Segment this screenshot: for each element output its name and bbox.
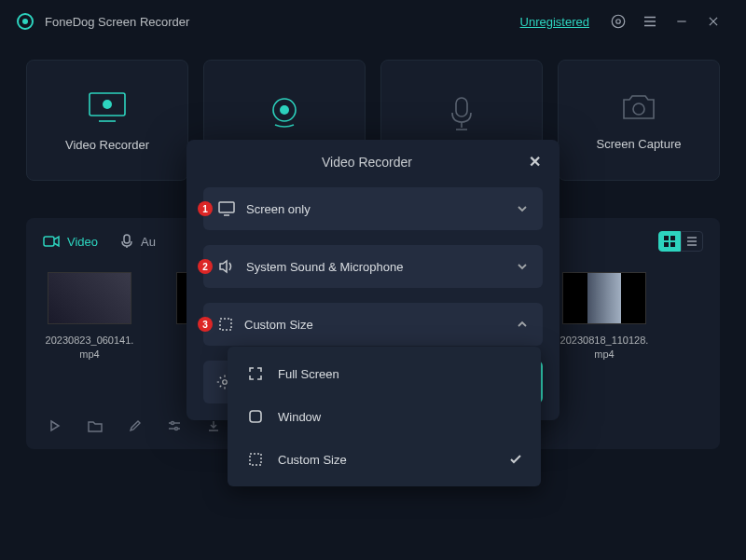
svg-point-0 (612, 15, 625, 28)
size-dropdown: Full Screen Window Custom Size (228, 347, 541, 486)
download-icon[interactable] (207, 419, 220, 432)
step-badge: 1 (198, 201, 213, 216)
file-item[interactable]: 20230818_110128.mp4 (558, 272, 651, 362)
file-name: 20230823_060141.mp4 (43, 334, 136, 362)
card-label: Video Recorder (65, 138, 149, 152)
crop-icon (218, 317, 233, 332)
close-button[interactable]: ✕ (529, 153, 541, 171)
unregistered-link[interactable]: Unregistered (520, 15, 589, 29)
tab-label: Video (67, 235, 98, 249)
svg-rect-22 (664, 242, 669, 247)
svg-rect-13 (456, 98, 467, 116)
svg-rect-21 (670, 236, 675, 240)
svg-point-16 (633, 103, 644, 115)
option-capture-size[interactable]: 3 Custom Size (203, 303, 543, 346)
titlebar: FoneDog Screen Recorder Unregistered (0, 0, 746, 43)
svg-rect-37 (250, 454, 261, 465)
thumbnail (562, 272, 646, 324)
monitor-icon (86, 89, 129, 125)
option-label: System Sound & Microphone (246, 260, 517, 274)
option-label: Custom Size (244, 318, 517, 332)
monitor-small-icon (218, 201, 235, 216)
dropdown-item-window[interactable]: Window (228, 395, 541, 438)
step-badge: 3 (198, 317, 213, 332)
tab-video[interactable]: Video (43, 235, 98, 249)
camera-icon (618, 90, 659, 124)
svg-rect-34 (220, 319, 231, 330)
grid-view-button[interactable] (658, 231, 681, 252)
dropdown-label: Full Screen (278, 367, 339, 381)
view-toggle (658, 231, 703, 252)
screen-capture-card[interactable]: Screen Capture (558, 60, 720, 181)
svg-point-1 (616, 20, 621, 24)
dropdown-label: Custom Size (278, 453, 347, 467)
option-screen-source[interactable]: 1 Screen only (203, 187, 543, 230)
sliders-icon[interactable] (168, 419, 181, 432)
svg-rect-20 (664, 236, 669, 240)
modal-title: Video Recorder (205, 155, 529, 170)
settings-gear-icon[interactable] (610, 13, 627, 30)
svg-point-30 (175, 427, 178, 430)
tab-audio[interactable]: Au (120, 234, 156, 249)
check-icon (509, 454, 522, 465)
step-badge: 2 (198, 259, 213, 274)
modal-header: Video Recorder ✕ (186, 140, 560, 184)
svg-point-12 (280, 105, 289, 115)
svg-point-9 (103, 100, 112, 109)
custom-size-icon (246, 452, 265, 467)
app-title: FoneDog Screen Recorder (45, 15, 520, 29)
video-recorder-card[interactable]: Video Recorder (26, 60, 188, 181)
audio-mic-icon (120, 234, 133, 249)
svg-rect-18 (124, 235, 130, 243)
microphone-icon (445, 94, 478, 133)
dropdown-label: Window (278, 410, 321, 424)
option-label: Screen only (246, 202, 517, 216)
video-camera-icon (43, 235, 60, 248)
svg-rect-32 (219, 202, 234, 212)
svg-point-29 (172, 421, 174, 424)
menu-icon[interactable] (642, 13, 658, 30)
chevron-down-icon (517, 263, 528, 270)
fullscreen-icon (246, 366, 265, 381)
close-icon[interactable] (705, 13, 722, 30)
window-icon (246, 409, 265, 424)
speaker-icon (218, 259, 235, 274)
app-logo (17, 13, 34, 30)
svg-point-35 (223, 380, 228, 385)
chevron-up-icon (517, 321, 528, 328)
svg-rect-36 (250, 411, 261, 422)
play-icon[interactable] (48, 419, 62, 432)
tab-label: Au (141, 235, 156, 249)
edit-icon[interactable] (129, 419, 142, 432)
card-label: Screen Capture (596, 137, 681, 151)
file-item[interactable]: 20230823_060141.mp4 (43, 272, 136, 362)
option-audio-source[interactable]: 2 System Sound & Microphone (203, 245, 543, 288)
dropdown-item-fullscreen[interactable]: Full Screen (228, 352, 541, 395)
folder-icon[interactable] (88, 419, 103, 432)
file-name: 20230818_110128.mp4 (558, 334, 651, 362)
svg-rect-23 (670, 242, 675, 247)
list-view-button[interactable] (681, 231, 703, 252)
webcam-icon (266, 95, 303, 132)
dropdown-item-custom[interactable]: Custom Size (228, 438, 541, 481)
chevron-down-icon (517, 205, 528, 212)
thumbnail (48, 272, 131, 324)
svg-rect-17 (44, 237, 54, 246)
minimize-icon[interactable] (673, 13, 690, 30)
